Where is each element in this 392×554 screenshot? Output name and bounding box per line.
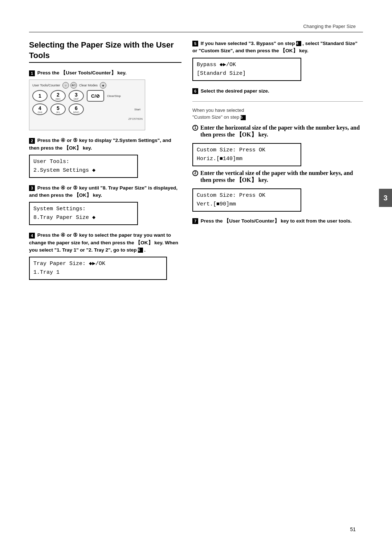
sub2-lcd: Custom Size: Press OK Vert.[■90]mm [192, 188, 301, 212]
step-2-lcd: User Tools: 2.System Settings ◆ [29, 155, 138, 178]
sub1-lcd-line2: Horiz.[■140]mm [197, 155, 297, 163]
kb-icon-2: ⊛/□ [70, 82, 77, 89]
step-3-num: 3 [29, 185, 35, 191]
kb-clearstop-label: Clear/Stop [107, 94, 121, 98]
step-5-ref: 5 [241, 115, 246, 120]
step-2-content: Press the ④ or ⑤ key to display "2.Syste… [29, 138, 171, 150]
sub2-lcd-line1: Custom Size: Press OK [197, 191, 297, 200]
main-content: Selecting the Paper Size with the User T… [29, 40, 363, 286]
sub2-lcd-line2: Vert.[■90]mm [197, 200, 297, 209]
kb-caption: ZFO5760N [29, 117, 145, 121]
right-column: 5 If you have selected "3. Bypass" on st… [192, 40, 363, 286]
step-4-text: 4 Press the ④ or ⑤ key to select the pap… [29, 232, 181, 254]
kb-label-left: User Tools/Counter [32, 83, 60, 87]
kb-key-2: 2ABC [50, 90, 66, 102]
divider-1 [192, 101, 363, 102]
step-6: 6 Select the desired paper size. [192, 87, 363, 95]
sub-step-2-num: 2 [192, 170, 198, 176]
step-7: 7 Press the 【User Tools/Counter】 key to … [192, 217, 363, 225]
kb-top-row: User Tools/Counter ○ ⊛/□ Clear Modes ◈ [29, 80, 145, 89]
step-3-lcd: System Settings: 8.Tray Paper Size ◆ [29, 202, 138, 225]
sub1-lcd: Custom Size: Press OK Horiz.[■140]mm [192, 143, 301, 166]
kb-key-6: 6MNO [69, 103, 84, 115]
kb-icon-1: ○ [62, 82, 69, 89]
step-3-text: 3 Press the ④ or ⑤ key until "8. Tray Pa… [29, 184, 181, 199]
header-line [29, 32, 363, 32]
step-5: 5 If you have selected "3. Bypass" on st… [192, 40, 363, 81]
page-number: 51 [350, 526, 356, 532]
page: Changing the Paper Size 3 51 Selecting t… [0, 0, 392, 554]
step-6-num: 6 [192, 88, 198, 94]
step-2-num: 2 [29, 138, 35, 144]
section-title: Selecting the Paper Size with the User T… [29, 40, 181, 63]
step-5-lcd-line1: Bypass ◆▶/OK [197, 61, 297, 69]
step-1: 1 Press the 【User Tools/Counter】 key. Us… [29, 69, 181, 130]
sub-step-1-text: Enter the horizontal size of the paper w… [200, 125, 360, 138]
kb-icon-3: ◈ [100, 82, 106, 89]
step-5-num: 5 [192, 41, 198, 46]
step-2: 2 Press the ④ or ⑤ key to display "2.Sys… [29, 137, 181, 178]
step-3-lcd-line1: System Settings: [33, 205, 134, 213]
step-2-lcd-line1: User Tools: [33, 158, 134, 166]
step-3-content: Press the ④ or ⑤ key until "8. Tray Pape… [29, 185, 177, 198]
step-7-content: Press the 【User Tools/Counter】 key to ex… [201, 218, 352, 224]
kb-key-c: C/⊘ [87, 90, 104, 102]
chapter-tab: 3 [379, 189, 392, 207]
step-1-label: Press the 【User Tools/Counter】 key. [37, 70, 127, 76]
breadcrumb: Changing the Paper Size [303, 24, 356, 29]
kb-label-right: Clear Modes [79, 83, 98, 87]
step-6-content: Select the desired paper size. [201, 88, 269, 94]
kb-icons: ○ ⊛/□ [62, 82, 77, 89]
step-4-lcd-line1: Tray Paper Size: ◆▶/OK [33, 260, 163, 268]
step-4: 4 Press the ④ or ⑤ key to select the pap… [29, 232, 181, 280]
sub-step-1-content: Enter the horizontal size of the paper w… [200, 125, 363, 139]
sub-step-2: 2 Enter the vertical size of the paper w… [192, 170, 363, 184]
sub1-lcd-line1: Custom Size: Press OK [197, 146, 297, 155]
step-2-lcd-line2: 2.System Settings ◆ [33, 166, 134, 175]
sub-step-2-text: Enter the vertical size of the paper wit… [200, 170, 353, 183]
step-1-text: 1 Press the 【User Tools/Counter】 key. [29, 69, 181, 77]
step-3: 3 Press the ④ or ⑤ key until "8. Tray Pa… [29, 184, 181, 225]
step-5-lcd: Bypass ◆▶/OK [Standard Size] [192, 58, 301, 81]
kb-key-4: 4GHI [32, 103, 48, 115]
step-6-text: 6 Select the desired paper size. [192, 87, 363, 95]
keyboard-image: User Tools/Counter ○ ⊛/□ Clear Modes ◈ 1… [29, 80, 145, 130]
kb-key-3: 3DEF [69, 90, 84, 102]
step-2-text: 2 Press the ④ or ⑤ key to display "2.Sys… [29, 137, 181, 152]
step-4-lcd-line2: 1.Tray 1 [33, 268, 163, 277]
step-7-num: 7 [192, 218, 198, 224]
sub-step-1-num: 1 [192, 125, 198, 131]
step-5-content: If you have selected "3. Bypass" on step… [192, 41, 358, 53]
kb-row-2: 4GHI 5JKL 6MNO Start [32, 103, 142, 115]
left-column: Selecting the Paper Size with the User T… [29, 40, 181, 286]
sub-step-2-content: Enter the vertical size of the paper wit… [200, 170, 363, 184]
step-4-num: 4 [29, 233, 35, 239]
kb-start-label: Start [134, 108, 140, 111]
kb-key-5: 5JKL [50, 103, 66, 115]
step-5-lcd-line2: [Standard Size] [197, 69, 297, 78]
step-4-content: Press the ④ or ⑤ key to select the paper… [29, 232, 178, 253]
kb-key-1: 1 [32, 90, 48, 102]
kb-keys-area: 1 2ABC 3DEF C/⊘ Clear/Stop 4GHI 5JKL 6MN… [29, 89, 145, 117]
sub-step-1: 1 Enter the horizontal size of the paper… [192, 125, 363, 139]
step-4-lcd: Tray Paper Size: ◆▶/OK 1.Tray 1 [29, 257, 167, 280]
step-7-text: 7 Press the 【User Tools/Counter】 key to … [192, 217, 363, 225]
kb-row-1: 1 2ABC 3DEF C/⊘ Clear/Stop [32, 90, 142, 102]
custom-note: When you have selected"Custom Size" on s… [192, 107, 363, 121]
step-1-num: 1 [29, 70, 35, 76]
step-3-lcd-line2: 8.Tray Paper Size ◆ [33, 213, 134, 222]
step-5-text: 5 If you have selected "3. Bypass" on st… [192, 40, 363, 55]
